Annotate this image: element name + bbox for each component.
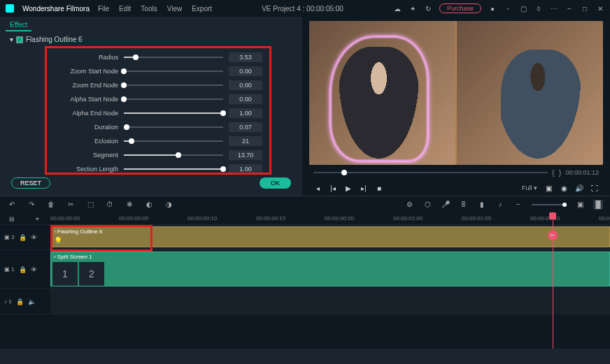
param-slider[interactable] <box>124 71 223 72</box>
params-highlighted-box: Radius 3.53Zoom Start Node 0.00Zoom End … <box>45 46 271 175</box>
menu-tools[interactable]: Tools <box>141 5 157 13</box>
param-slider[interactable] <box>124 140 223 142</box>
param-label: Alpha End Node <box>54 110 124 117</box>
param-slider[interactable] <box>124 85 223 86</box>
color-icon[interactable]: ❋ <box>125 200 134 210</box>
volume-icon[interactable]: 🔊 <box>575 184 583 192</box>
param-slider[interactable] <box>124 168 223 170</box>
lock-icon[interactable]: 🔒 <box>16 298 24 305</box>
param-row-alpha-end-node: Alpha End Node 1.00 <box>54 108 262 118</box>
lock-icon[interactable]: 🔒 <box>19 266 27 273</box>
menu-edit[interactable]: Edit <box>119 5 131 13</box>
reset-button[interactable]: RESET <box>11 177 50 189</box>
param-value[interactable]: 21 <box>229 136 262 146</box>
preview-video[interactable] <box>309 21 603 165</box>
param-value[interactable]: 1.00 <box>229 108 262 118</box>
track-options-icon[interactable]: ▤ <box>7 214 17 224</box>
minimize-icon[interactable]: − <box>565 4 574 13</box>
redo-icon[interactable]: ↷ <box>27 200 36 210</box>
crop-icon[interactable]: ⬚ <box>85 200 95 210</box>
menu-export[interactable]: Export <box>192 5 212 13</box>
param-label: Eclosion <box>54 138 124 145</box>
scissors-icon[interactable]: ✂ <box>548 231 558 240</box>
track-label-a1: ♪ 1 <box>4 298 12 305</box>
music-icon[interactable]: ♪ <box>495 200 505 210</box>
playhead[interactable]: ✂ <box>553 212 553 349</box>
param-label: Radius <box>54 54 124 61</box>
param-value[interactable]: 1.00 <box>229 164 262 174</box>
fit-icon[interactable]: ▐▌ <box>593 200 603 210</box>
mic-icon[interactable]: 🎤 <box>441 200 451 210</box>
gear-icon[interactable]: ⚙ <box>404 200 414 210</box>
param-row-radius: Radius 3.53 <box>54 52 262 62</box>
delete-icon[interactable]: 🗑 <box>46 200 56 210</box>
param-row-zoom-start-node: Zoom Start Node 0.00 <box>54 66 262 76</box>
titlebar-right: ☁ ✦ ↻ Purchase ● ▫ ▢ ◊ ⋯ − □ ✕ <box>393 3 604 13</box>
param-row-segment: Segment 13.70 <box>54 150 262 160</box>
record-icon[interactable]: ◉ <box>560 184 568 192</box>
fullscreen-icon[interactable]: ⛶ <box>590 184 599 192</box>
param-value[interactable]: 0.00 <box>229 80 262 90</box>
more-icon[interactable]: ⋯ <box>550 4 558 13</box>
mute-icon[interactable]: 🔈 <box>28 298 36 305</box>
clip-flashing-outline[interactable]: ▫Flashing Outline 6 💡 <box>50 226 610 247</box>
split-box-2[interactable]: 2 <box>79 262 104 286</box>
undo-icon[interactable]: ↶ <box>7 200 17 210</box>
time-ruler[interactable]: ▤ ⚭ 00:00:00:0000:00:00:0500:00:00:1000:… <box>0 212 610 225</box>
speed-icon[interactable]: ⏱ <box>105 200 115 210</box>
keyframe-icon[interactable]: ◑ <box>164 200 173 210</box>
step-back-icon[interactable]: |◂ <box>329 184 337 192</box>
param-slider[interactable] <box>124 154 223 156</box>
param-value[interactable]: 0.00 <box>229 66 262 76</box>
marker-icon[interactable]: ▮ <box>477 200 487 210</box>
param-slider[interactable] <box>124 112 223 114</box>
play-icon[interactable]: ▶ <box>344 184 353 192</box>
mixer-icon[interactable]: 🎚 <box>459 200 469 210</box>
screenshot-icon[interactable]: ▢ <box>519 4 527 13</box>
split-box-1[interactable]: 1 <box>52 262 78 286</box>
prev-frame-icon[interactable]: ◂ <box>313 184 322 192</box>
cloud-icon[interactable]: ☁ <box>393 4 402 13</box>
account-icon[interactable]: ● <box>488 4 497 13</box>
eye-icon[interactable]: 👁 <box>31 234 37 241</box>
clip-split-screen[interactable]: ▫Split Screen 1 1 2 <box>50 252 610 286</box>
zoom-slider[interactable] <box>532 204 567 205</box>
maximize-icon[interactable]: □ <box>581 4 589 13</box>
step-fwd-icon[interactable]: ▸| <box>360 184 368 192</box>
expand-icon[interactable]: ▾ <box>10 36 13 43</box>
param-slider[interactable] <box>124 126 223 128</box>
param-value[interactable]: 0.07 <box>229 122 262 132</box>
stop-icon[interactable]: ■ <box>375 184 383 192</box>
track-video-2: ▣ 2 🔒 👁 ▫Flashing Outline 6 💡 <box>0 225 610 250</box>
zoom-in-icon[interactable]: ▣ <box>575 200 585 210</box>
save-icon[interactable]: ▫ <box>504 4 512 13</box>
param-value[interactable]: 0.00 <box>229 94 262 104</box>
link-icon[interactable]: ⚭ <box>32 214 42 224</box>
mark-in-icon[interactable]: { <box>552 168 555 177</box>
message-icon[interactable]: ◊ <box>534 4 543 13</box>
param-label: Alpha Start Node <box>54 96 124 103</box>
menu-view[interactable]: View <box>167 5 183 13</box>
lock-icon[interactable]: 🔒 <box>19 234 27 241</box>
shield-icon[interactable]: ⬡ <box>423 200 432 210</box>
snapshot-icon[interactable]: ▣ <box>544 184 553 192</box>
purchase-button[interactable]: Purchase <box>439 3 481 13</box>
green-screen-icon[interactable]: ◐ <box>144 200 154 210</box>
param-value[interactable]: 13.70 <box>229 150 262 160</box>
eye-icon[interactable]: 👁 <box>31 266 37 273</box>
quality-dropdown[interactable]: Full ▾ <box>522 184 537 191</box>
effect-tab[interactable]: Effect <box>6 20 31 31</box>
cut-icon[interactable]: ✂ <box>66 200 76 210</box>
param-value[interactable]: 3.53 <box>229 52 262 62</box>
lightbulb-icon[interactable]: ✦ <box>409 4 417 13</box>
zoom-out-icon[interactable]: − <box>513 200 523 210</box>
ok-button[interactable]: OK <box>260 177 291 189</box>
mark-out-icon[interactable]: } <box>559 168 562 177</box>
param-slider[interactable] <box>124 57 223 58</box>
param-slider[interactable] <box>124 99 223 100</box>
close-icon[interactable]: ✕ <box>596 4 604 13</box>
preview-scrubber[interactable] <box>313 172 548 173</box>
refresh-icon[interactable]: ↻ <box>424 4 432 13</box>
menu-file[interactable]: File <box>98 5 109 13</box>
effect-checkbox[interactable]: ✓ <box>16 36 23 43</box>
